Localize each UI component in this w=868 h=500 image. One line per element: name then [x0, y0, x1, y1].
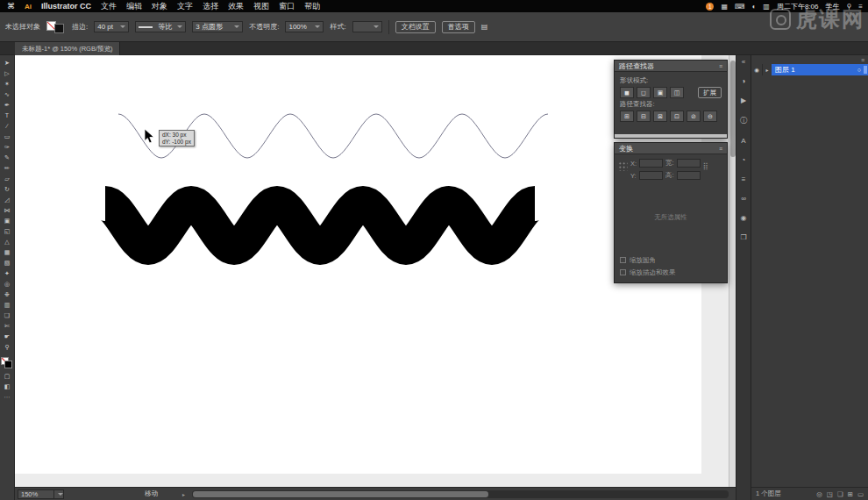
scale-tool[interactable]: ◿: [2, 196, 13, 204]
make-clip-mask-icon[interactable]: ◳: [827, 490, 833, 498]
blob-brush-tool[interactable]: ✏: [2, 164, 13, 172]
unite-button[interactable]: ◼: [620, 87, 634, 98]
scale-strokes-checkbox[interactable]: [620, 269, 626, 275]
spotlight-icon[interactable]: ⚲: [846, 3, 851, 11]
blend-tool[interactable]: ◎: [2, 280, 13, 288]
rectangle-tool[interactable]: ▭: [2, 132, 13, 140]
vertical-scrollbar[interactable]: [729, 55, 736, 487]
eyedropper-tool[interactable]: ✦: [2, 269, 13, 277]
panel-resize-grip[interactable]: [615, 134, 727, 138]
scale-strokes-option[interactable]: 缩放描边和效果: [620, 268, 676, 277]
artboards-panel-icon[interactable]: ❒: [740, 233, 746, 241]
apple-menu-icon[interactable]: ⌘: [7, 2, 15, 11]
zoom-level[interactable]: 150%: [18, 489, 54, 499]
color-guide-panel-icon[interactable]: ▶: [741, 96, 746, 104]
toolbar-fill-stroke-swatches[interactable]: [1, 357, 13, 369]
color-panel-icon[interactable]: ◑: [742, 77, 746, 85]
magic-wand-tool[interactable]: ✶: [2, 80, 13, 88]
free-transform-tool[interactable]: ▣: [2, 217, 13, 225]
artboard-tool[interactable]: ❏: [2, 311, 13, 319]
selection-tool[interactable]: ➤: [2, 59, 13, 67]
layer-expander-icon[interactable]: ▸: [763, 64, 772, 75]
direct-selection-tool[interactable]: ▷: [2, 69, 13, 77]
style-dropdown[interactable]: [352, 21, 382, 32]
display-icon[interactable]: ▦: [721, 3, 728, 11]
horizontal-scrollbar[interactable]: [192, 490, 729, 498]
column-graph-tool[interactable]: ▥: [2, 301, 13, 309]
menu-item-window[interactable]: 窗口: [279, 1, 295, 12]
preferences-button[interactable]: 首选项: [442, 21, 475, 33]
eraser-tool[interactable]: ▱: [2, 175, 13, 182]
layers-panel-menu-icon[interactable]: ≡: [861, 57, 864, 63]
menu-item-view[interactable]: 视图: [253, 1, 269, 12]
intersect-button[interactable]: ▣: [653, 87, 667, 98]
stroke-profile-dropdown[interactable]: 等比: [135, 21, 186, 32]
trim-button[interactable]: ⊟: [637, 111, 651, 122]
pen-tool[interactable]: ✒: [2, 101, 13, 109]
status-arrow-icon[interactable]: ▸: [182, 491, 185, 497]
menu-item-help[interactable]: 帮助: [304, 1, 320, 12]
menu-item-edit[interactable]: 编辑: [126, 1, 142, 12]
zoom-tool[interactable]: ⚲: [2, 343, 13, 351]
lasso-tool[interactable]: ∿: [2, 90, 13, 98]
new-layer-icon[interactable]: ⊞: [848, 490, 853, 498]
mesh-tool[interactable]: ▦: [2, 248, 13, 256]
stroke-panel-icon[interactable]: ≡: [742, 175, 746, 183]
divide-button[interactable]: ⊞: [620, 111, 634, 122]
type-tool[interactable]: T: [2, 111, 13, 119]
perspective-grid-tool[interactable]: △: [2, 238, 13, 246]
pencil-tool[interactable]: ✎: [2, 154, 13, 161]
panel-menu-icon[interactable]: ≡: [719, 63, 722, 69]
menu-item-effect[interactable]: 效果: [228, 1, 244, 12]
horizontal-scrollbar-thumb[interactable]: [193, 491, 488, 497]
fill-stroke-swatches[interactable]: [46, 20, 66, 34]
paintbrush-tool[interactable]: ✑: [2, 143, 13, 151]
sync-badge[interactable]: 1: [706, 3, 714, 11]
crop-button[interactable]: ⊡: [670, 111, 684, 122]
expand-panels-icon[interactable]: «: [742, 58, 745, 66]
character-panel-icon[interactable]: A: [741, 137, 745, 145]
document-setup-button[interactable]: 文档设置: [395, 21, 436, 33]
width-tool[interactable]: ⋈: [2, 206, 13, 214]
gradient-tool[interactable]: ▧: [2, 259, 13, 267]
locate-object-icon[interactable]: ◎: [816, 490, 822, 498]
keyboard-icon[interactable]: ⌨: [735, 3, 745, 11]
visibility-eye-icon[interactable]: ◉: [751, 64, 763, 75]
document-tab[interactable]: 未标题-1* @ 150% (RGB/预览): [15, 42, 120, 55]
width-input[interactable]: [677, 159, 701, 168]
opacity-dropdown[interactable]: 100%: [285, 21, 324, 32]
panel-menu-icon[interactable]: ≡: [719, 146, 722, 152]
menu-item-type[interactable]: 文字: [177, 1, 193, 12]
x-input[interactable]: [639, 159, 663, 168]
align-panel-icon[interactable]: ▤: [481, 23, 488, 31]
stroke-swatch[interactable]: [54, 24, 64, 33]
outline-button[interactable]: ⊘: [687, 111, 701, 122]
scale-corners-checkbox[interactable]: [620, 257, 626, 263]
layer-row[interactable]: ◉ ▸ 图层 1 ○: [751, 64, 868, 75]
transform-panel-header[interactable]: 变换 ≡: [615, 143, 727, 154]
battery-icon[interactable]: ◐: [751, 3, 756, 11]
menu-item-object[interactable]: 对象: [152, 1, 167, 12]
rotate-tool[interactable]: ↻: [2, 185, 13, 193]
toolbar-stroke-swatch[interactable]: [4, 361, 12, 368]
menu-item-select[interactable]: 选择: [203, 1, 218, 12]
line-segment-tool[interactable]: ∕: [2, 122, 13, 130]
notification-center-icon[interactable]: ≡: [858, 3, 863, 11]
scale-corners-option[interactable]: 缩放圆角: [620, 256, 676, 265]
pathfinder-panel-header[interactable]: 路径查找器 ≡: [615, 61, 727, 72]
brush-definition-dropdown[interactable]: 3 点圆形: [192, 21, 243, 32]
menu-extra-icon[interactable]: ▥: [763, 3, 770, 11]
menu-clock[interactable]: 周二下午8:06: [777, 2, 819, 11]
draw-normal-mode-icon[interactable]: ▢: [2, 372, 13, 380]
links-panel-icon[interactable]: ∞: [741, 195, 746, 203]
layer-target-icon[interactable]: ○: [857, 67, 864, 73]
screen-mode-icon[interactable]: ◧: [2, 382, 13, 390]
info-panel-icon[interactable]: ⓘ: [740, 116, 747, 125]
transparency-panel-icon[interactable]: ◔: [742, 156, 746, 164]
thick-wave-path[interactable]: [105, 204, 535, 247]
stroke-weight-dropdown[interactable]: 40 pt: [94, 21, 129, 32]
symbols-panel-icon[interactable]: ◉: [741, 214, 747, 222]
zoom-dropdown-caret[interactable]: [54, 489, 64, 499]
edit-toolbar-icon[interactable]: ⋯: [2, 393, 13, 401]
minus-back-button[interactable]: ⊖: [703, 111, 717, 122]
